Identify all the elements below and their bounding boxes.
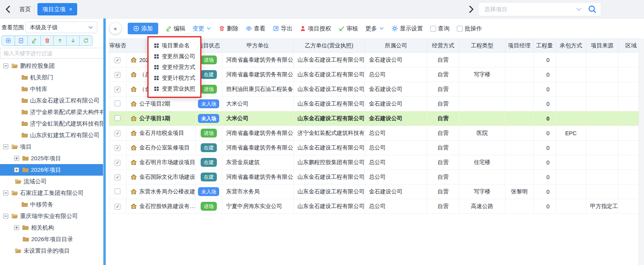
project-name-cell: 公子项目1期	[126, 111, 195, 126]
tree-item[interactable]: 2026年项目	[0, 164, 103, 176]
row-checkbox[interactable]	[115, 115, 120, 121]
tree-item[interactable]: 机关部门	[0, 72, 103, 83]
table-row[interactable]: ✓金石明月市场建设项目在建东营金辰建筑山东鹏程控股集团有限公司总公司自营住宅楼0	[109, 155, 644, 170]
checkbox-icon[interactable]	[430, 26, 436, 32]
change-menu-item[interactable]: 变更计税方式	[149, 72, 200, 83]
edit-button[interactable]	[27, 36, 41, 45]
project-name: 金石月结税金项目	[139, 129, 184, 137]
add-button[interactable]	[2, 36, 15, 45]
project-select[interactable]: 选择项目	[478, 2, 601, 16]
table-row[interactable]: 公子项目1期未入场大米公司山东金石建设工程有限公司金石建设公司自营0	[109, 111, 644, 126]
tree-item[interactable]: 济宁金桥装配式桥梁大构件有限	[0, 106, 103, 118]
change-menu-item[interactable]: 变更经营方式	[149, 62, 200, 72]
table-row[interactable]: ✓金石办公室装修项目在建河南省鑫泰建筑劳务有限公山东金石建设工程有限公司总公司自…	[109, 141, 644, 155]
table-row[interactable]: 公子项目2期未入场大米公司山东金石建设工程有限公司金石建设公司自营0	[109, 97, 644, 111]
move-up-button[interactable]	[53, 36, 66, 45]
tree-item-label: 相关机构	[31, 224, 54, 231]
chevron-down-icon[interactable]	[575, 6, 582, 13]
expander-minus-icon[interactable]	[3, 63, 8, 69]
edit-button[interactable]: 编辑	[166, 25, 185, 32]
vertical-scrollbar[interactable]	[639, 39, 644, 265]
row-checkbox[interactable]: ✓	[115, 145, 120, 151]
back-chevron-icon[interactable]	[5, 5, 12, 13]
grid-icon	[154, 76, 159, 80]
tree-item[interactable]: 中移劳务	[0, 199, 103, 210]
tree-item[interactable]: 石家庄建工集团有限公司	[0, 187, 103, 199]
tab-project-initiation[interactable]: 项目立项 ×	[37, 3, 77, 15]
column-header: 承包方式	[556, 39, 586, 53]
tree-item[interactable]: 项目	[0, 141, 103, 153]
table-row[interactable]: ✓金石国际文化市场建设在建河南省鑫泰建筑劳务有限公山东金石建设工程有限公司总公司…	[109, 170, 644, 184]
forward-chevron-icon[interactable]	[468, 5, 475, 13]
column-header: 工程类型	[459, 39, 505, 53]
collapse-panel-button[interactable]: «	[110, 23, 121, 34]
tab-close-icon[interactable]: ×	[69, 6, 72, 12]
row-checkbox[interactable]	[115, 101, 120, 106]
expander-plus-icon[interactable]	[14, 156, 19, 161]
view-button[interactable]: 查看	[246, 25, 265, 32]
query-checkbox[interactable]: 查询	[430, 25, 450, 32]
row-checkbox[interactable]: ✓	[115, 72, 120, 78]
delete-button[interactable]	[41, 36, 54, 45]
move-down-button[interactable]	[66, 36, 79, 45]
row-checkbox[interactable]: ✓	[115, 131, 120, 136]
export-button[interactable]: 导出	[273, 25, 292, 32]
expander-plus-icon[interactable]	[14, 167, 19, 173]
row-checkbox[interactable]: ✓	[115, 160, 120, 166]
batch-ops-checkbox[interactable]: 批操作	[457, 25, 482, 32]
delete-button[interactable]: 删除	[219, 25, 238, 32]
search-icon[interactable]	[588, 5, 597, 14]
expander-plus-icon[interactable]	[14, 225, 19, 230]
row-checkbox[interactable]: ✓	[115, 57, 120, 63]
status-badge: 未入场	[198, 114, 219, 123]
table-row[interactable]: 东营水务局办公楼改建未入场东营市水务局山东金石建设工程有限公司金石建设公司自营写…	[109, 184, 644, 199]
status-cell: 未入场	[195, 184, 222, 199]
tree-item[interactable]: 2025年项目	[0, 153, 103, 164]
source-cell	[586, 184, 619, 199]
tab-home[interactable]: 首页	[17, 0, 33, 18]
row-checkbox[interactable]: ✓	[115, 87, 120, 92]
party-a-cell: 河南省鑫泰建筑劳务有限公	[222, 170, 293, 184]
tree-item[interactable]: 山东金石建设工程有限公司	[0, 95, 103, 106]
audit-button[interactable]: 审核	[338, 25, 358, 32]
status-badge: 在建	[201, 70, 217, 79]
table-row[interactable]: ✓金石控股铁路建设有…进场宁夏中房海东实业公司山东金石建设工程有限公司总公司自营…	[109, 199, 644, 214]
expander-minus-icon[interactable]	[3, 144, 8, 149]
row-checkbox[interactable]	[115, 188, 120, 194]
change-menu-item[interactable]: 项目重命名	[149, 40, 200, 51]
doc-add-button[interactable]	[15, 36, 28, 45]
tree-item[interactable]: 相关机构	[0, 222, 103, 233]
refresh-button[interactable]	[79, 36, 92, 45]
status-badge: 未入场	[198, 187, 219, 196]
row-checkbox[interactable]: ✓	[115, 174, 120, 180]
display-settings-button[interactable]: 显示设置	[392, 25, 423, 32]
tree-item[interactable]: 2026年项目目录	[0, 233, 103, 245]
add-button[interactable]: 添加	[128, 23, 158, 34]
folder-icon	[15, 248, 22, 253]
change-button[interactable]: 变更	[193, 25, 211, 32]
project-auth-button[interactable]: 项目授权	[300, 25, 331, 32]
expander-minus-icon[interactable]	[3, 213, 8, 219]
tree-item[interactable]: 山东庆虹建筑工程有限公司	[0, 129, 103, 141]
contract-cell	[556, 170, 586, 184]
company-cell: 总公司	[365, 126, 427, 141]
column-header: 甲方单位	[222, 39, 293, 53]
more-button[interactable]: 更多	[365, 25, 384, 32]
contract-cell	[556, 184, 586, 199]
change-menu-item[interactable]: 变更营业执照	[149, 83, 200, 94]
expander-minus-icon[interactable]	[3, 190, 8, 196]
tree-item[interactable]: 中转库	[0, 83, 103, 95]
tree-item[interactable]: 未设置目录的项目	[0, 245, 103, 257]
row-checkbox[interactable]: ✓	[115, 204, 120, 210]
eng-type-cell	[459, 170, 505, 184]
table-row[interactable]: ✓金石月结税金项目进场河南省鑫泰建筑劳务有限公济宁金虹装配式建筑科技有总公司自营…	[109, 126, 644, 141]
tree-item[interactable]: 济宁金虹装配式建筑科技有限公	[0, 118, 103, 129]
folder-icon	[22, 225, 29, 230]
tree-item[interactable]: 鹏程控股集团	[0, 60, 103, 72]
tree-item[interactable]: 重庆瑞华实业有限公司	[0, 210, 103, 222]
change-menu-item[interactable]: 变更所属公司	[149, 51, 200, 62]
tree-filter-input[interactable]	[0, 48, 103, 59]
tree-item[interactable]: 流域公司	[0, 176, 103, 187]
checkbox-icon[interactable]	[457, 26, 463, 32]
scope-select[interactable]: 本级及子级	[25, 22, 97, 33]
